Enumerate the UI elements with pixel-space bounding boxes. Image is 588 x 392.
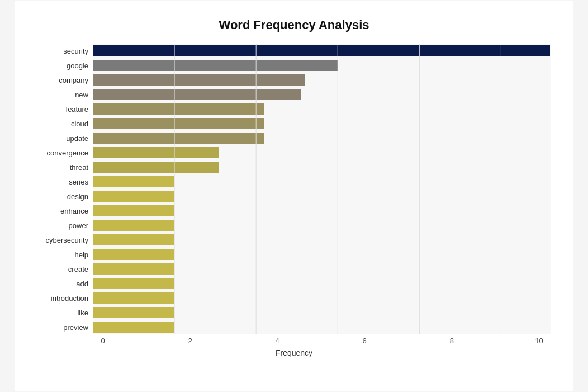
bar [93,133,264,144]
bar [93,220,174,231]
y-axis-labels: securitygooglecompanynewfeaturecloudupda… [37,44,93,334]
bar [93,147,219,158]
bar-row [93,305,551,320]
bar-row [93,291,551,305]
y-label: convergence [47,145,88,160]
y-label: google [67,58,88,73]
bar-row [93,276,551,291]
bar-row [93,73,551,87]
bar [93,74,305,86]
bar-row [93,160,551,174]
bar-row [93,247,551,262]
x-axis-title: Frequency [37,348,551,357]
y-label: like [77,305,88,320]
x-tick-label: 8 [446,337,457,345]
bar [93,89,301,100]
x-axis-labels: 0246810 [97,337,551,345]
bar [93,176,174,187]
x-tick-label: 4 [272,337,283,345]
bar-row [93,174,551,189]
bar-row [93,102,551,116]
y-label: introduction [51,291,88,305]
y-label: cybersecurity [45,233,88,247]
y-label: enhance [60,204,88,218]
chart-title: Word Frequency Analysis [37,18,551,32]
bar-row [93,145,551,160]
bars-section: securitygooglecompanynewfeaturecloudupda… [37,44,551,334]
bar [93,162,219,173]
bar-row [93,58,551,73]
bar [93,205,174,216]
bar-row [93,262,551,276]
bar [93,60,338,71]
bars-plot [93,44,551,334]
y-label: company [59,73,88,87]
bar-row [93,116,551,131]
bar [93,191,174,202]
y-label: security [63,44,88,58]
bar [93,322,174,333]
x-tick-label: 6 [359,337,370,345]
bar [93,103,264,115]
y-label: new [75,87,88,102]
bar [93,118,264,129]
y-label: feature [66,102,88,116]
bar [93,307,174,318]
y-label: power [69,218,88,233]
bar-row [93,320,551,334]
x-tick-label: 2 [184,337,196,345]
y-label: preview [63,320,88,334]
y-label: series [69,174,88,189]
bar-row [93,233,551,247]
bar [93,278,174,289]
x-tick-label: 10 [533,337,544,345]
y-label: update [66,131,88,145]
y-label: help [74,247,88,262]
bar [93,292,174,304]
y-label: create [68,262,88,276]
bar-row [93,204,551,218]
y-label: add [76,276,88,291]
bar-row [93,44,551,58]
bar-row [93,189,551,204]
bar [93,45,550,56]
bar-row [93,218,551,233]
x-tick-label: 0 [97,337,108,345]
y-label: threat [70,160,88,174]
chart-area: securitygooglecompanynewfeaturecloudupda… [37,44,551,357]
y-label: cloud [71,116,88,131]
bar-row [93,131,551,145]
bar [93,234,174,245]
bar [93,263,174,275]
bar [93,249,174,260]
bar-row [93,87,551,102]
chart-container: Word Frequency Analysis securitygoogleco… [15,1,573,391]
y-label: design [67,189,88,204]
